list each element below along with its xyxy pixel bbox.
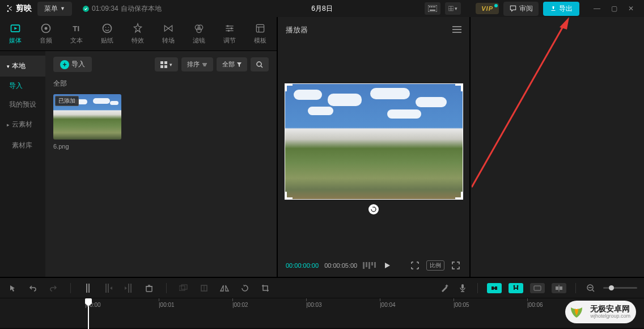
timeline-toolbar (0, 278, 644, 298)
group-tool[interactable] (178, 282, 189, 294)
text-icon: TI (71, 23, 82, 34)
tab-text[interactable]: TI文本 (61, 17, 92, 50)
preview-toggle[interactable] (530, 283, 545, 293)
play-button[interactable] (382, 260, 393, 271)
svg-rect-51 (556, 286, 558, 290)
tab-template[interactable]: 模板 (245, 17, 276, 50)
split-left-tool[interactable] (103, 282, 114, 294)
svg-point-0 (83, 6, 89, 12)
media-thumbnail[interactable]: 已添加 6.png (53, 94, 121, 150)
export-button[interactable]: 导出 (543, 2, 579, 16)
tab-effect[interactable]: 特效 (122, 17, 153, 50)
svg-rect-2 (429, 6, 430, 7)
split-right-tool[interactable] (123, 282, 134, 294)
media-panel: 媒体 音频 TI文本 贴纸 特效 转场 滤镜 调节 模板 ▾本地 导入 我的预设… (0, 17, 278, 277)
playhead[interactable] (85, 298, 92, 329)
sidebar-item-library[interactable]: ▸素材库 (0, 135, 45, 156)
maximize-button[interactable]: ▢ (605, 2, 622, 15)
player-title: 播放器 (286, 25, 308, 35)
sidebar-item-presets[interactable]: 我的预设 (0, 95, 45, 114)
mic-tool[interactable] (457, 282, 468, 294)
rotate-handle[interactable] (368, 204, 379, 214)
import-button[interactable]: +导入 (53, 57, 92, 72)
app-name: 剪映 (16, 3, 32, 14)
zoom-slider[interactable] (603, 287, 637, 289)
filter-button[interactable]: 全部 (217, 57, 247, 71)
tab-sticker[interactable]: 贴纸 (92, 17, 122, 50)
svg-point-14 (103, 24, 112, 33)
pointer-tool[interactable] (7, 282, 18, 294)
player-controls: 00:00:00:00 00:00:05:00 比例 (278, 254, 469, 277)
scissors-icon (5, 4, 14, 13)
split-tool[interactable] (82, 282, 94, 294)
sidebar-item-local[interactable]: ▾本地 (0, 56, 45, 77)
vip-button[interactable]: VIP (476, 3, 499, 14)
mic-icon (459, 284, 466, 293)
svg-point-48 (514, 285, 515, 286)
undo-button[interactable] (27, 282, 39, 294)
svg-rect-52 (560, 286, 562, 290)
svg-rect-35 (105, 284, 107, 293)
align-toggle[interactable] (552, 283, 566, 293)
rotate-icon (370, 206, 377, 213)
auto-tool[interactable] (439, 282, 450, 294)
sidebar-item-cloud[interactable]: ▸云素材 (0, 114, 45, 135)
audio-meter-icon[interactable] (363, 262, 376, 269)
rotate-tool[interactable] (239, 282, 251, 294)
svg-point-19 (197, 28, 201, 32)
tab-filter[interactable]: 滤镜 (184, 17, 214, 50)
svg-rect-1 (428, 5, 437, 12)
tab-media[interactable]: 媒体 (0, 17, 31, 50)
preview-frame[interactable] (285, 83, 463, 200)
view-mode-button[interactable]: ▾ (155, 57, 178, 71)
tool-tabs: 媒体 音频 TI文本 贴纸 特效 转场 滤镜 调节 模板 (0, 17, 277, 51)
redo-button[interactable] (48, 282, 59, 294)
player-menu-button[interactable] (452, 26, 461, 35)
crop-tool[interactable] (260, 282, 271, 294)
wand-icon (440, 284, 449, 293)
fullscreen-button[interactable] (450, 260, 461, 271)
tab-transition[interactable]: 转场 (153, 17, 184, 50)
zoom-out-button[interactable] (585, 282, 596, 294)
link-toggle[interactable] (509, 283, 523, 293)
media-sidebar: ▾本地 导入 我的预设 ▸云素材 ▸素材库 (0, 51, 45, 277)
layout-icon[interactable]: ▾ (445, 2, 461, 15)
save-status: 01:09:34 自动保存本地 (82, 4, 162, 14)
delete-tool[interactable] (143, 282, 155, 294)
tab-adjust[interactable]: 调节 (214, 17, 245, 50)
search-button[interactable] (251, 57, 269, 71)
svg-rect-33 (86, 284, 87, 293)
player-canvas[interactable] (278, 43, 469, 254)
play-icon (383, 261, 391, 269)
svg-rect-25 (164, 61, 167, 64)
freeze-tool[interactable] (198, 282, 210, 294)
plus-icon: + (60, 60, 69, 69)
mirror-tool[interactable] (219, 282, 230, 294)
keyboard-icon[interactable] (425, 2, 440, 15)
svg-rect-24 (160, 61, 163, 64)
review-button[interactable]: 审阅 (503, 2, 539, 16)
frame-button[interactable] (409, 260, 421, 271)
close-button[interactable]: ✕ (622, 2, 639, 15)
category-label: 全部 (53, 79, 269, 88)
svg-rect-37 (128, 284, 129, 293)
template-icon (255, 23, 266, 34)
timeline-ruler[interactable]: |00:00 |00:01 |00:02 |00:03 |00:04 |00:0… (0, 298, 644, 327)
tab-audio[interactable]: 音频 (31, 17, 61, 50)
ratio-button[interactable]: 比例 (426, 260, 444, 271)
svg-point-16 (108, 27, 109, 28)
main-menu-button[interactable]: 菜单 ▼ (37, 2, 72, 16)
svg-rect-5 (434, 6, 435, 7)
svg-rect-6 (430, 10, 435, 11)
zoom-out-icon (587, 284, 595, 292)
check-circle-icon (82, 5, 90, 12)
crop-icon (410, 261, 420, 270)
sort-button[interactable]: 排序 (181, 57, 213, 71)
project-title[interactable]: 6月8日 (311, 4, 332, 14)
sticker-icon (101, 23, 113, 34)
magnet-toggle[interactable] (487, 283, 502, 293)
minimize-button[interactable]: — (588, 2, 605, 15)
duration: 00:00:05:00 (324, 262, 357, 269)
sidebar-item-import[interactable]: 导入 (0, 77, 45, 95)
svg-rect-36 (108, 284, 109, 293)
